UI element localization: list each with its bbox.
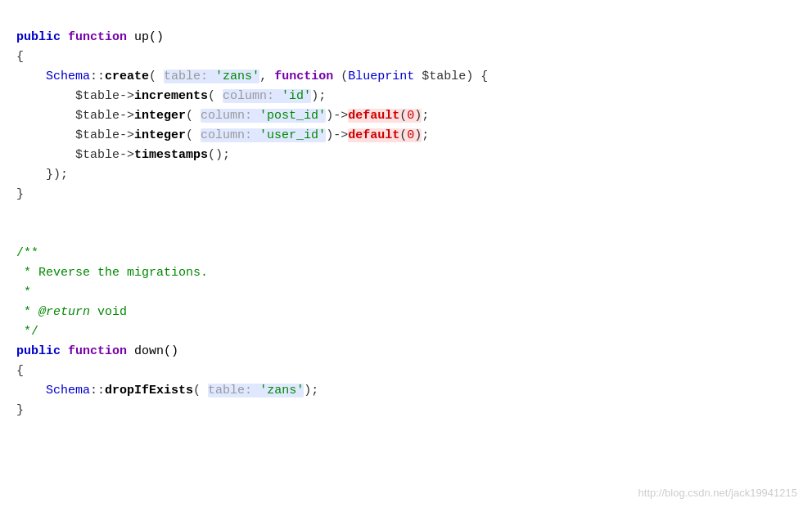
line-comment-2: * [16,285,31,299]
line-4: $table->increments( column: 'id'); [16,89,326,103]
line-down-4: } [16,403,24,417]
var-table-3: $table [75,109,120,123]
param-column-2: column: [201,109,252,123]
comment-line-2: * [16,285,31,299]
line-down-2: { [16,364,24,378]
line-down-1: public function down() [16,344,178,358]
method-dropifexists: dropIfExists [105,384,193,397]
keyword-function-2: function [274,70,333,83]
line-down-3: Schema::dropIfExists( table: 'zans'); [16,384,318,397]
line-9: } [16,187,24,201]
comment-return-tag: @return [38,305,90,319]
class-schema-2: Schema [46,384,90,397]
comment-line-1: * Reverse the migrations. [16,266,208,280]
var-table-2: $table [75,89,120,103]
var-table: $table [422,70,466,83]
param-column-1: column: [223,89,274,103]
line-6: $table->integer( column: 'user_id')->def… [16,128,429,142]
comment-block-end: */ [16,325,38,339]
line-10 [16,207,24,221]
method-integer-1: integer [134,109,186,123]
method-create: create [105,70,149,83]
line-2: { [16,50,24,64]
param-table-2: table: [208,384,252,397]
param-table: table: [164,70,208,83]
comment-block-start: /** [16,246,38,260]
line-5: $table->integer( column: 'post_id')->def… [16,109,429,123]
var-table-5: $table [75,148,120,162]
line-comment-start: /** [16,246,38,260]
comment-line-3: * @return void [16,305,127,319]
method-timestamps: timestamps [134,148,208,162]
method-integer-2: integer [134,128,186,142]
keyword-function: function [68,30,127,44]
keyword-public: public [16,30,61,44]
string-zans-2: 'zans' [259,384,304,397]
line-7: $table->timestamps(); [16,148,230,162]
number-0-2: 0 [407,128,414,142]
method-default-1: default [348,109,399,123]
method-increments: increments [134,89,208,103]
code-editor: public function up() { Schema::create( t… [16,8,796,420]
line-comment-1: * Reverse the migrations. [16,266,208,280]
string-zans: 'zans' [215,70,259,83]
keyword-public-2: public [16,344,61,358]
line-comment-end: */ [16,325,38,339]
var-table-4: $table [75,128,120,142]
string-id: 'id' [282,89,311,103]
function-name-down: down() [134,344,178,358]
param-column-3: column: [201,128,252,142]
number-0-1: 0 [407,109,414,123]
string-user-id: 'user_id' [259,128,326,142]
class-blueprint: Blueprint [348,70,414,83]
line-comment-3: * @return void [16,305,127,319]
class-schema: Schema [46,70,90,83]
line-11 [16,227,24,240]
keyword-function-3: function [68,344,127,358]
method-default-2: default [348,128,399,142]
string-post-id: 'post_id' [259,109,326,123]
line-3: Schema::create( table: 'zans', function … [16,70,488,83]
function-name-up: up() [134,30,164,44]
line-1: public function up() [16,30,164,44]
line-8: }); [16,168,68,182]
